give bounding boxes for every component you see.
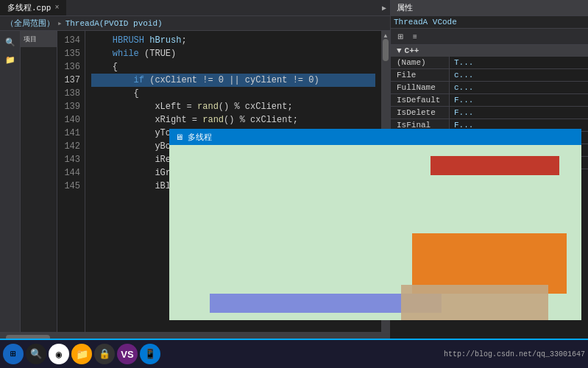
sidebar-folder-icon[interactable]: 📁 — [2, 52, 18, 68]
line-num-139: 139 — [59, 100, 80, 113]
props-row-0: (Name) T... — [391, 57, 588, 69]
solution-panel: 项目 — [21, 31, 57, 332]
taskbar-app-icon[interactable]: 📱 — [140, 344, 160, 364]
line-num-135: 135 — [59, 47, 80, 60]
props-name-2: FullName — [391, 82, 450, 93]
vscroll-up-icon[interactable]: ▲ — [384, 32, 388, 39]
props-category-arrow: ▼ — [397, 46, 402, 55]
sidebar-search-icon[interactable]: 🔍 — [2, 34, 18, 50]
mt-titlebar: 🖥 多线程 — [169, 129, 581, 145]
taskbar-vs-icon[interactable]: VS — [117, 344, 138, 364]
line-num-134: 134 — [59, 34, 80, 47]
line-num-144: 144 — [59, 166, 80, 180]
props-icon-btn-2[interactable]: ≡ — [408, 30, 422, 43]
line-num-143: 143 — [59, 153, 80, 166]
props-subject: ThreadA VCode — [394, 18, 457, 26]
props-value-0: T... — [450, 57, 588, 68]
taskbar-search-icon[interactable]: 🔍 — [26, 344, 46, 364]
taskbar-url: http://blog.csdn.net/qq_33001647 — [444, 350, 585, 358]
props-row-3: IsDefault F... — [391, 94, 588, 107]
tab-active[interactable]: 多线程.cpp × — [0, 0, 66, 15]
code-line-140: xRight = rand() % cxClient; — [91, 113, 375, 127]
props-name-0: (Name) — [391, 57, 450, 68]
solution-label: 项目 — [24, 35, 37, 44]
props-icon-btn-1[interactable]: ⊞ — [394, 30, 407, 43]
line-num-140: 140 — [59, 113, 80, 127]
code-line-139: xLeft = rand() % cxClient; — [91, 100, 375, 113]
props-row-2: FullName c... — [391, 82, 588, 94]
rect-red — [431, 156, 559, 175]
mt-window-title: 多线程 — [188, 132, 212, 143]
props-category-cpp: ▼ C++ — [391, 45, 588, 57]
props-name-4: IsDelete — [391, 107, 450, 118]
props-name-1: File — [391, 69, 450, 81]
breadcrumb-sep: ▸ — [57, 18, 63, 28]
code-line-136: { — [91, 60, 375, 74]
taskbar-right: http://blog.csdn.net/qq_33001647 — [444, 350, 585, 358]
props-toolbar: ⊞ ≡ — [391, 29, 588, 45]
vscroll-thumb[interactable] — [383, 39, 389, 61]
line-numbers: 134 135 136 137 138 139 140 141 142 143 … — [57, 31, 85, 332]
line-num-141: 141 — [59, 127, 80, 140]
mt-window-icon: 🖥 — [175, 132, 183, 142]
mt-content — [169, 145, 581, 320]
solution-header: 项目 — [21, 31, 57, 47]
main-container: 多线程.cpp × ▶ （全局范围） ▸ ThreadA(PVOID pvoid… — [0, 0, 588, 368]
multithread-window: 🖥 多线程 — [169, 129, 581, 320]
taskbar: ⊞ 🔍 ◉ 📁 🔒 VS 📱 http://blog.csdn.net/qq_3… — [0, 339, 588, 368]
rect-tan — [401, 285, 548, 320]
props-name-3: IsDefault — [391, 94, 450, 106]
tab-scroll-right[interactable]: ▶ — [382, 4, 390, 13]
props-value-1: c... — [450, 69, 588, 81]
sidebar-left: 🔍 📁 — [0, 31, 21, 332]
props-title: 属性 — [397, 2, 413, 13]
props-value-3: F... — [450, 94, 588, 106]
tab-bar: 多线程.cpp × ▶ — [0, 0, 390, 16]
taskbar-chrome-icon[interactable]: ◉ — [49, 344, 69, 364]
line-num-138: 138 — [59, 87, 80, 100]
props-value-4: F... — [450, 107, 588, 118]
breadcrumb-scope[interactable]: （全局范围） — [6, 18, 54, 29]
props-header: 属性 — [391, 0, 588, 16]
taskbar-lock-icon[interactable]: 🔒 — [94, 344, 115, 364]
line-num-136: 136 — [59, 60, 80, 74]
taskbar-folder-icon[interactable]: 📁 — [71, 344, 92, 364]
code-line-138: { — [91, 87, 375, 100]
tab-label: 多线程.cpp — [7, 2, 51, 13]
breadcrumb-bar: （全局范围） ▸ ThreadA(PVOID pvoid) — [0, 16, 390, 31]
props-value-2: c... — [450, 82, 588, 93]
taskbar-start-icon[interactable]: ⊞ — [3, 344, 24, 364]
code-line-134: HBRUSH hBrush; — [91, 34, 375, 47]
line-num-145: 145 — [59, 180, 80, 193]
code-line-135: while (TRUE) — [91, 47, 375, 60]
tab-close-button[interactable]: × — [54, 4, 59, 12]
code-line-137: if (cxClient != 0 || cyClient != 0) — [91, 74, 375, 87]
props-category-label: C++ — [405, 46, 419, 55]
props-row-4: IsDelete F... — [391, 107, 588, 119]
props-row-1: File c... — [391, 69, 588, 82]
breadcrumb-function[interactable]: ThreadA(PVOID pvoid) — [65, 19, 163, 28]
line-num-137: 137 — [59, 74, 80, 87]
line-num-142: 142 — [59, 140, 80, 153]
